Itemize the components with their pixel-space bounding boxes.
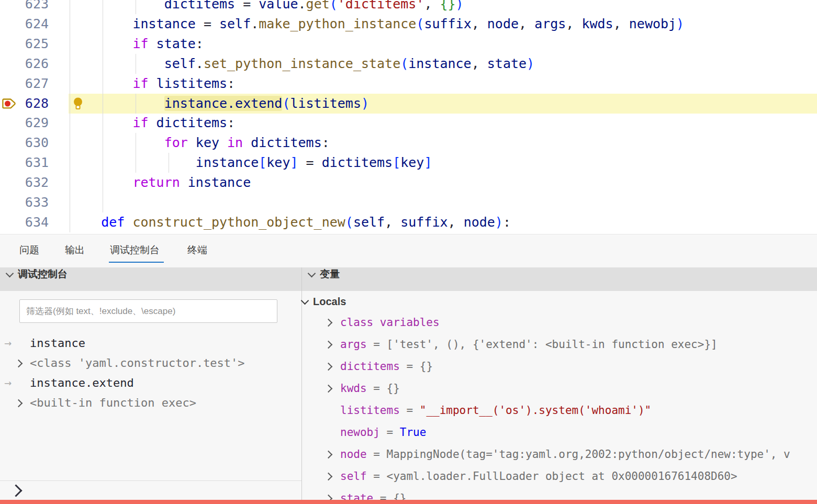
variable-text: listitems = "__import__('os').system('wh… <box>340 399 651 421</box>
console-prompt-separator <box>0 480 301 481</box>
line-number[interactable]: 632 <box>0 173 49 193</box>
breakpoint-current-line-icon[interactable] <box>2 97 17 110</box>
console-output-row[interactable]: <class 'yaml.constructor.test'> <box>0 353 301 373</box>
chevron-right-icon[interactable] <box>324 473 333 481</box>
tab-label: 调试控制台 <box>110 244 160 255</box>
code-text: instance[key] = dictitems[key] <box>70 153 817 173</box>
line-number[interactable]: 624 <box>0 14 49 34</box>
code-line[interactable]: 634 def construct_python_object_new(self… <box>0 212 817 232</box>
variable-text: kwds = {} <box>340 377 400 399</box>
console-input-row[interactable]: →instance <box>0 333 301 353</box>
code-line[interactable]: 623 dictitems = value.get('dictitems', {… <box>0 0 817 14</box>
code-text: instance.extend(listitems) <box>70 94 817 114</box>
indent-guide <box>70 193 70 212</box>
code-line[interactable]: 628 instance.extend(listitems) <box>0 94 817 114</box>
vscode-window: 623 dictitems = value.get('dictitems', {… <box>0 0 817 504</box>
variables-title: 变量 <box>320 268 340 279</box>
code-text: if state: <box>70 34 817 54</box>
tab-label: 输出 <box>65 244 85 255</box>
chevron-right-icon[interactable] <box>15 399 23 408</box>
code-text: return instance <box>70 173 817 193</box>
code-line[interactable]: 631 instance[key] = dictitems[key] <box>0 153 817 173</box>
variables-section-header[interactable]: 变量 <box>302 267 817 291</box>
code-editor[interactable]: 623 dictitems = value.get('dictitems', {… <box>0 0 817 234</box>
panel-tab-terminal[interactable]: 终端 <box>187 234 207 264</box>
chevron-down-icon <box>308 270 316 278</box>
lightbulb-icon[interactable] <box>73 97 83 110</box>
debug-status-bar <box>0 500 817 504</box>
code-text: if dictitems: <box>70 113 817 133</box>
code-line[interactable]: 630 for key in dictitems: <box>0 133 817 153</box>
code-line[interactable]: 633 <box>0 193 817 212</box>
chevron-down-icon <box>6 270 14 278</box>
line-number[interactable]: 633 <box>0 193 49 212</box>
tab-label: 终端 <box>187 244 207 255</box>
panel-tab-debug-console[interactable]: 调试控制台 <box>110 234 160 264</box>
variable-row[interactable]: self = <yaml.loader.FullLoader object at… <box>302 465 817 487</box>
code-text: dictitems = value.get('dictitems', {}) <box>70 0 817 14</box>
panel-tab-problems[interactable]: 问题 <box>19 234 39 264</box>
variable-text: self = <yaml.loader.FullLoader object at… <box>340 465 737 487</box>
line-number[interactable]: 630 <box>0 133 49 153</box>
chevron-down-icon <box>301 297 309 305</box>
debug-console-section-header[interactable]: 调试控制台 <box>0 267 301 291</box>
line-number[interactable]: 634 <box>0 212 49 232</box>
variable-text: newobj = True <box>340 421 426 443</box>
panel-tab-bar: 问题输出调试控制台终端 <box>0 234 817 267</box>
arrow-right-icon: → <box>4 373 12 393</box>
code-line[interactable]: 632 return instance <box>0 173 817 193</box>
variable-row[interactable]: args = ['test', (), {'extend': <built-in… <box>302 333 817 355</box>
variable-row[interactable]: dictitems = {} <box>302 355 817 377</box>
panel-tab-output[interactable]: 输出 <box>65 234 85 264</box>
line-number[interactable]: 631 <box>0 153 49 173</box>
code-text: if listitems: <box>70 74 817 94</box>
code-text: def construct_python_object_new(self, su… <box>70 212 817 232</box>
console-entry-text: <built-in function exec> <box>30 393 196 413</box>
code-line[interactable]: 625 if state: <box>0 34 817 54</box>
line-number[interactable]: 625 <box>0 34 49 54</box>
console-filter-input[interactable] <box>19 299 277 323</box>
chevron-right-icon[interactable] <box>324 363 333 371</box>
variables-tree: class variablesargs = ['test', (), {'ext… <box>302 311 817 504</box>
line-number[interactable]: 623 <box>0 0 49 14</box>
console-input-row[interactable]: →instance.extend <box>0 373 301 393</box>
variable-row[interactable]: kwds = {} <box>302 377 817 399</box>
chevron-right-icon[interactable] <box>15 360 23 368</box>
variable-text: class variables <box>340 311 440 333</box>
console-output-row[interactable]: <built-in function exec> <box>0 393 301 413</box>
locals-label: Locals <box>313 296 346 307</box>
line-number[interactable]: 627 <box>0 74 49 94</box>
line-number[interactable]: 626 <box>0 54 49 74</box>
variable-row[interactable]: newobj = True <box>302 421 817 443</box>
active-tab-underline <box>109 262 164 263</box>
variable-text: dictitems = {} <box>340 355 433 377</box>
console-prompt-chevron-icon[interactable] <box>9 484 22 497</box>
chevron-right-icon[interactable] <box>324 341 333 349</box>
indent-guide <box>103 193 103 212</box>
code-text: instance = self.make_python_instance(suf… <box>70 14 817 34</box>
variable-row[interactable]: class variables <box>302 311 817 333</box>
tab-label: 问题 <box>19 244 39 255</box>
code-line[interactable]: 629 if dictitems: <box>0 113 817 133</box>
chevron-right-icon[interactable] <box>324 319 333 327</box>
console-entry-text: instance.extend <box>30 373 134 393</box>
chevron-right-icon[interactable] <box>324 451 333 459</box>
code-text: self.set_python_instance_state(instance,… <box>70 54 817 74</box>
variable-row[interactable]: listitems = "__import__('os').system('wh… <box>302 399 817 421</box>
code-text: for key in dictitems: <box>70 133 817 153</box>
locals-scope-row[interactable]: Locals <box>302 293 346 310</box>
chevron-right-icon[interactable] <box>324 385 333 393</box>
console-entry-text: <class 'yaml.constructor.test'> <box>30 353 245 373</box>
variable-text: node = MappingNode(tag='tag:yaml.org,200… <box>340 443 790 465</box>
console-entry-text: instance <box>30 333 85 353</box>
code-line[interactable]: 626 self.set_python_instance_state(insta… <box>0 54 817 74</box>
debug-console-title: 调试控制台 <box>18 268 68 279</box>
variable-text: args = ['test', (), {'extend': <built-in… <box>340 333 718 355</box>
code-line[interactable]: 624 instance = self.make_python_instance… <box>0 14 817 34</box>
variable-row[interactable]: node = MappingNode(tag='tag:yaml.org,200… <box>302 443 817 465</box>
bottom-panel: 问题输出调试控制台终端 调试控制台 变量 →instance<class 'ya… <box>0 234 817 504</box>
code-line[interactable]: 627 if listitems: <box>0 74 817 94</box>
console-output-list: →instance<class 'yaml.constructor.test'>… <box>0 333 301 413</box>
line-number[interactable]: 629 <box>0 113 49 133</box>
arrow-right-icon: → <box>4 333 12 353</box>
